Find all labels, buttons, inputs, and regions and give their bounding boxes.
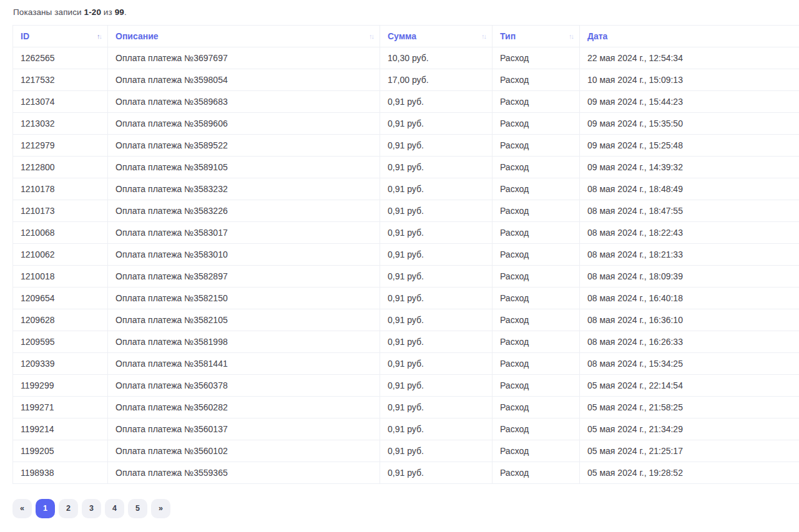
cell-date: 08 мая 2024 г., 16:26:33 [580,331,799,353]
cell-id: 1199299 [13,375,108,397]
column-header-description[interactable]: Описание↑↓ [108,26,380,47]
pagination-prev[interactable]: « [12,499,32,518]
cell-id: 1213074 [13,91,108,113]
cell-id: 1210173 [13,200,108,222]
sort-icon[interactable]: ↑↓ [369,33,373,40]
cell-date: 08 мая 2024 г., 16:36:10 [580,309,799,331]
cell-date: 10 мая 2024 г., 15:09:13 [580,69,799,91]
cell-description: Оплата платежа №3560378 [108,375,380,397]
column-label: Дата [587,31,607,41]
cell-id: 1199205 [13,440,108,462]
sort-icon[interactable]: ↑↓ [569,33,573,40]
cell-description: Оплата платежа №3582105 [108,309,380,331]
cell-description: Оплата платежа №3697697 [108,47,380,69]
cell-amount: 0,91 руб. [380,397,493,418]
cell-description: Оплата платежа №3583010 [108,244,380,266]
pagination: «12345» [12,499,799,518]
cell-date: 08 мая 2024 г., 15:34:25 [580,353,799,375]
cell-date: 09 мая 2024 г., 15:44:23 [580,91,799,113]
cell-amount: 0,91 руб. [380,309,493,331]
pagination-page-2[interactable]: 2 [59,499,78,518]
table-row: 1199205Оплата платежа №35601020,91 руб.Р… [13,440,799,462]
table-row: 1209595Оплата платежа №35819980,91 руб.Р… [13,331,799,353]
cell-date: 05 мая 2024 г., 21:34:29 [580,418,799,440]
column-header-amount[interactable]: Сумма↑↓ [380,26,493,47]
table-row: 1217532Оплата платежа №359805417,00 руб.… [13,69,799,91]
column-header-id[interactable]: ID↑↓ [13,26,108,47]
table-row: 1209339Оплата платежа №35814410,91 руб.Р… [13,353,799,375]
cell-amount: 0,91 руб. [380,91,493,113]
table-row: 1212800Оплата платежа №35891050,91 руб.Р… [13,157,799,178]
table-row: 1198938Оплата платежа №35593650,91 руб.Р… [13,462,799,484]
summary-of: из [104,7,112,17]
cell-amount: 0,91 руб. [380,178,493,200]
cell-type: Расход [493,47,580,69]
cell-type: Расход [493,375,580,397]
cell-amount: 0,91 руб. [380,200,493,222]
table-row: 1199299Оплата платежа №35603780,91 руб.Р… [13,375,799,397]
cell-amount: 0,91 руб. [380,135,493,157]
cell-description: Оплата платежа №3581998 [108,331,380,353]
cell-type: Расход [493,91,580,113]
cell-id: 1209654 [13,288,108,309]
cell-amount: 0,91 руб. [380,113,493,135]
table-row: 1262565Оплата платежа №369769710,30 руб.… [13,47,799,69]
cell-date: 08 мая 2024 г., 18:09:39 [580,266,799,288]
pagination-page-3[interactable]: 3 [82,499,101,518]
cell-type: Расход [493,200,580,222]
cell-description: Оплата платежа №3559365 [108,462,380,484]
table-row: 1212979Оплата платежа №35895220,91 руб.Р… [13,135,799,157]
summary-total: 99 [115,7,124,17]
cell-description: Оплата платежа №3560282 [108,397,380,418]
cell-type: Расход [493,222,580,244]
cell-date: 09 мая 2024 г., 15:25:48 [580,135,799,157]
cell-id: 1210178 [13,178,108,200]
summary-suffix: . [124,7,127,17]
cell-id: 1217532 [13,69,108,91]
pagination-page-1[interactable]: 1 [36,499,55,518]
cell-description: Оплата платежа №3583226 [108,200,380,222]
pagination-page-5[interactable]: 5 [128,499,147,518]
cell-type: Расход [493,178,580,200]
cell-date: 08 мая 2024 г., 18:48:49 [580,178,799,200]
cell-description: Оплата платежа №3583232 [108,178,380,200]
pagination-page-4[interactable]: 4 [105,499,124,518]
cell-date: 09 мая 2024 г., 14:39:32 [580,157,799,178]
cell-id: 1210068 [13,222,108,244]
table-row: 1209628Оплата платежа №35821050,91 руб.Р… [13,309,799,331]
cell-date: 05 мая 2024 г., 21:25:17 [580,440,799,462]
cell-amount: 0,91 руб. [380,440,493,462]
cell-id: 1209595 [13,331,108,353]
cell-description: Оплата платежа №3582150 [108,288,380,309]
cell-amount: 0,91 руб. [380,353,493,375]
cell-description: Оплата платежа №3589522 [108,135,380,157]
cell-id: 1212979 [13,135,108,157]
cell-id: 1209339 [13,353,108,375]
cell-amount: 0,91 руб. [380,462,493,484]
sort-icon[interactable]: ↑↓ [97,33,101,40]
column-header-date[interactable]: Дата↑↓ [580,26,799,47]
cell-date: 09 мая 2024 г., 15:35:50 [580,113,799,135]
column-header-type[interactable]: Тип↑↓ [493,26,580,47]
cell-id: 1213032 [13,113,108,135]
sort-desc-arrow-icon: ↓ [99,32,102,40]
table-header-row: ID↑↓Описание↑↓Сумма↑↓Тип↑↓Дата↑↓ [13,26,799,47]
cell-date: 08 мая 2024 г., 16:40:18 [580,288,799,309]
cell-amount: 0,91 руб. [380,288,493,309]
cell-id: 1199271 [13,397,108,418]
cell-date: 08 мая 2024 г., 18:22:43 [580,222,799,244]
cell-amount: 0,91 руб. [380,418,493,440]
cell-date: 05 мая 2024 г., 21:58:25 [580,397,799,418]
cell-description: Оплата платежа №3560102 [108,440,380,462]
table-row: 1213074Оплата платежа №35896830,91 руб.Р… [13,91,799,113]
pagination-next[interactable]: » [151,499,170,518]
cell-amount: 0,91 руб. [380,375,493,397]
table-row: 1210062Оплата платежа №35830100,91 руб.Р… [13,244,799,266]
cell-date: 05 мая 2024 г., 19:28:52 [580,462,799,484]
table-row: 1199214Оплата платежа №35601370,91 руб.Р… [13,418,799,440]
sort-icon[interactable]: ↑↓ [481,33,486,40]
sort-desc-arrow-icon: ↓ [571,32,574,40]
cell-type: Расход [493,353,580,375]
column-label: Сумма [388,31,416,41]
cell-id: 1210062 [13,244,108,266]
